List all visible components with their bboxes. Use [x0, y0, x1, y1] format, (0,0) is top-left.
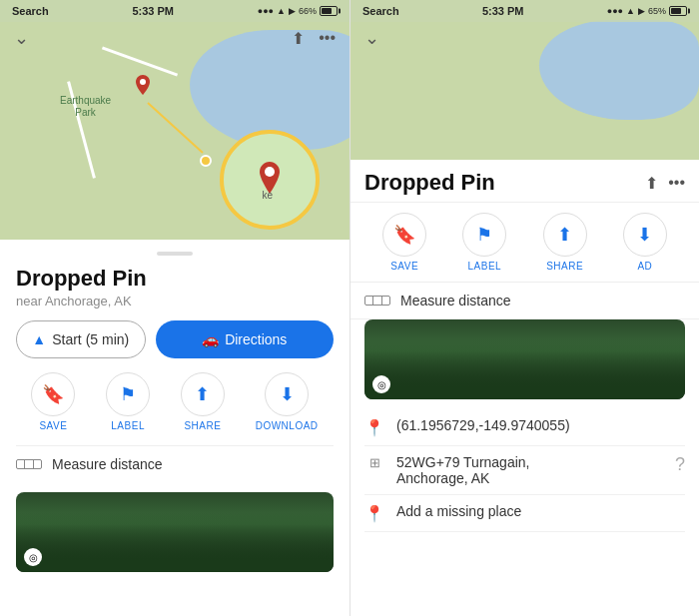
download-icon-circle: ⬇ — [265, 372, 309, 416]
status-time-right: 5:33 PM — [482, 5, 524, 17]
street-view-nav-icon-right: ◎ — [372, 375, 390, 393]
panel2-more-icon[interactable]: ••• — [668, 174, 685, 192]
label-label: LABEL — [111, 420, 145, 431]
chevron-down-icon-left[interactable]: ⌄ — [14, 27, 29, 49]
map-park-label: Earthquake Park — [60, 95, 111, 119]
status-bar-right: Search 5:33 PM ●●● ▲ ▶ 65% — [350, 0, 699, 22]
directions-button[interactable]: 🚗 Directions — [156, 320, 335, 358]
status-bar-left: Search 5:33 PM ●●● ▲ ▶ 66% — [0, 0, 350, 22]
svg-point-2 — [265, 167, 275, 177]
nav-actions-left: ⬆ ••• — [292, 29, 336, 48]
map-right: Search 5:33 PM ●●● ▲ ▶ 65% ⌄ — [350, 0, 699, 160]
share-label-right: SHARE — [546, 261, 583, 272]
share-action[interactable]: ⬆ SHARE — [181, 372, 225, 431]
add-place-text: Add a missing place — [396, 503, 521, 519]
measure-row-right[interactable]: Measure distance — [350, 283, 699, 319]
save-action-right[interactable]: 🔖 SAVE — [382, 213, 426, 272]
label-icon-circle-right: ⚑ — [462, 213, 506, 257]
download-action[interactable]: ⬇ DOWNLOAD — [256, 372, 319, 431]
panel-left: Earthquake Park — [0, 0, 350, 616]
directions-label: Directions — [225, 331, 287, 347]
svg-line-1 — [148, 103, 203, 153]
status-app-name-left: Search — [12, 5, 49, 17]
label-icon-circle: ⚑ — [106, 372, 150, 416]
battery-pct-right: 65% — [648, 6, 666, 16]
status-time-left: 5:33 PM — [132, 5, 174, 17]
svg-point-0 — [140, 79, 146, 85]
wifi-icon-right: ▲ — [626, 6, 635, 16]
measure-row-left[interactable]: Measure distance — [16, 445, 334, 482]
measure-label-right: Measure distance — [400, 293, 511, 308]
measure-icon-left — [16, 459, 42, 469]
zoom-text-label: ke — [262, 190, 273, 201]
save-label-right: SAVE — [390, 261, 418, 272]
label-action-right[interactable]: ⚑ LABEL — [462, 213, 506, 272]
battery-icon-right — [669, 6, 687, 16]
signal-bars-left: ●●● — [258, 6, 274, 16]
arrow-icon-left: ▶ — [289, 6, 296, 16]
signal-bars-right: ●●● — [607, 6, 623, 16]
download-label: DOWNLOAD — [256, 420, 319, 431]
share-nav-icon-left[interactable]: ⬆ — [292, 29, 305, 48]
share-label: SHARE — [184, 420, 221, 431]
measure-icon-right — [364, 296, 390, 306]
action-buttons-row: ▲ Start (5 min) 🚗 Directions — [16, 320, 334, 358]
pluscode-icon: ⊞ — [364, 455, 384, 470]
quick-actions-row-right: 🔖 SAVE ⚑ LABEL ⬆ SHARE ⬇ AD — [350, 203, 699, 283]
info-row-pluscode: ⊞ 52WG+79 Turnagain,Anchorage, AK ? — [364, 446, 685, 495]
status-right-right: ●●● ▲ ▶ 65% — [607, 6, 687, 16]
battery-icon-left — [320, 6, 338, 16]
save-icon-circle-right: 🔖 — [382, 213, 426, 257]
street-view-right[interactable]: ◎ Copy Copy — [364, 319, 685, 399]
save-label: SAVE — [39, 420, 67, 431]
download-label-right: AD — [637, 261, 652, 272]
info-row-add-place[interactable]: 📍 Add a missing place — [364, 495, 685, 532]
download-action-right[interactable]: ⬇ AD — [623, 213, 667, 272]
quick-actions-row-left: 🔖 SAVE ⚑ LABEL ⬆ SHARE ⬇ DOWNLOAD — [16, 372, 334, 431]
save-icon-circle: 🔖 — [31, 372, 75, 416]
label-label-right: LABEL — [468, 261, 502, 272]
start-button[interactable]: ▲ Start (5 min) — [16, 320, 146, 358]
street-view-nav-icon: ◎ — [24, 548, 42, 566]
share-icon-circle-right: ⬆ — [543, 213, 587, 257]
coordinates-pin-icon: 📍 — [364, 418, 384, 437]
share-action-right[interactable]: ⬆ SHARE — [543, 213, 587, 272]
nav-bar-left: ⌄ ⬆ ••• — [0, 22, 350, 54]
wifi-icon-left: ▲ — [277, 6, 286, 16]
add-place-icon: 📍 — [364, 504, 384, 523]
info-row-coordinates: 📍 (61.1956729,-149.9740055) — [364, 409, 685, 446]
pluscode-text: 52WG+79 Turnagain,Anchorage, AK — [396, 454, 529, 486]
street-view-left[interactable]: ◎ — [16, 492, 334, 572]
battery-pct-left: 66% — [299, 6, 317, 16]
place-title-left: Dropped Pin — [16, 266, 334, 292]
start-icon: ▲ — [32, 331, 46, 347]
arrow-icon-right: ▶ — [638, 6, 645, 16]
status-app-name-right: Search — [362, 5, 399, 17]
chevron-down-icon-right[interactable]: ⌄ — [364, 27, 379, 49]
panel-right: Search 5:33 PM ●●● ▲ ▶ 65% ⌄ Dropped Pin… — [350, 0, 699, 616]
start-label: Start (5 min) — [52, 331, 129, 347]
label-action[interactable]: ⚑ LABEL — [106, 372, 150, 431]
place-subtitle-left: near Anchorage, AK — [16, 294, 334, 308]
sheet-handle-left — [157, 252, 193, 256]
status-right-left: ●●● ▲ ▶ 66% — [258, 6, 338, 16]
directions-car-icon: 🚗 — [202, 331, 219, 347]
panel2-place-title: Dropped Pin — [364, 170, 635, 196]
nav-bar-right: ⌄ — [350, 22, 699, 54]
info-rows: 📍 (61.1956729,-149.9740055) ⊞ 52WG+79 Tu… — [350, 399, 699, 616]
panel2-share-icon[interactable]: ⬆ — [645, 174, 658, 193]
street-view-trees-right — [364, 339, 685, 399]
save-action[interactable]: 🔖 SAVE — [31, 372, 75, 431]
share-icon-circle: ⬆ — [181, 372, 225, 416]
measure-label-left: Measure distance — [52, 456, 163, 472]
street-view-trees — [16, 512, 334, 572]
map-zoom-circle: ke — [220, 130, 320, 230]
download-icon-circle-right: ⬇ — [623, 213, 667, 257]
map-line — [143, 88, 213, 163]
pluscode-help-icon[interactable]: ? — [675, 454, 685, 475]
more-nav-icon-left[interactable]: ••• — [319, 29, 336, 48]
map-left: Earthquake Park — [0, 0, 350, 240]
bottom-sheet-left: Dropped Pin near Anchorage, AK ▲ Start (… — [0, 240, 350, 616]
coordinates-text: (61.1956729,-149.9740055) — [396, 417, 570, 433]
panel2-title-bar: Dropped Pin ⬆ ••• — [350, 160, 699, 203]
